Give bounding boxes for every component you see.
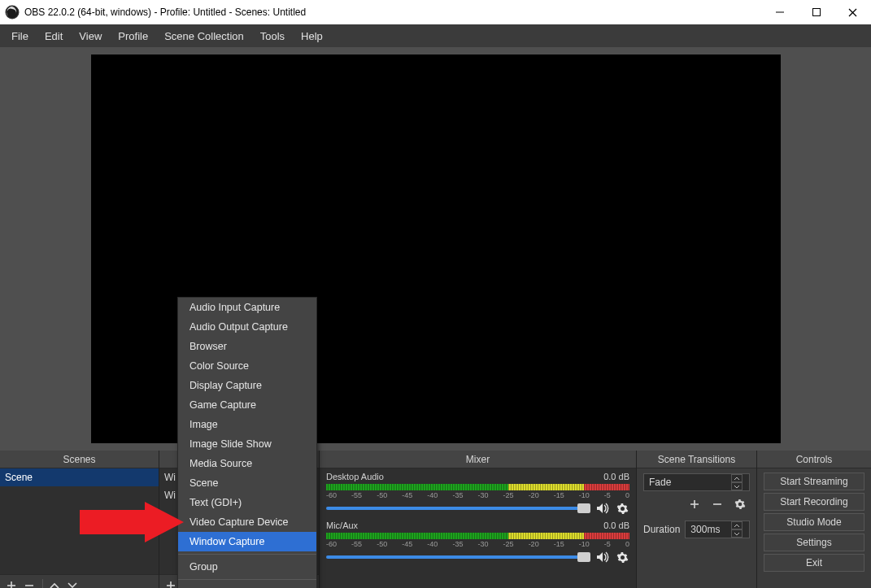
menubar: File Edit View Profile Scene Collection …	[0, 24, 871, 47]
menu-scene-collection[interactable]: Scene Collection	[156, 27, 252, 46]
duration-spin[interactable]	[731, 521, 744, 538]
add-transition-button[interactable]	[686, 496, 703, 512]
window-title: OBS 22.0.2 (64-bit, windows) - Profile: …	[24, 7, 761, 18]
scene-down-button[interactable]	[64, 577, 81, 589]
chevron-down-icon	[731, 529, 743, 538]
mixer-channel-db: 0.0 dB	[603, 520, 629, 530]
mixer-channel-mic-aux: Mic/Aux 0.0 dB -60-55-50-45-40-35-30-25-…	[320, 517, 636, 566]
annotation-arrow-icon	[80, 502, 185, 545]
gear-icon[interactable]	[615, 501, 629, 516]
chevron-down-icon	[731, 482, 743, 490]
mixer-volume-slider[interactable]	[326, 555, 590, 559]
ctx-game-capture[interactable]: Game Capture	[178, 395, 316, 415]
ctx-deprecated[interactable]: Deprecated	[178, 582, 316, 588]
transition-selected: Fade	[649, 477, 671, 488]
mixer-channel-db: 0.0 dB	[603, 472, 629, 481]
chevron-up-icon	[731, 474, 743, 482]
transition-settings-button[interactable]	[732, 496, 748, 512]
obs-logo-icon	[5, 5, 20, 20]
toolbar-separator	[42, 579, 43, 589]
close-button[interactable]	[834, 0, 871, 24]
controls-body: Start Streaming Start Recording Studio M…	[757, 468, 871, 588]
ctx-scene[interactable]: Scene	[178, 473, 316, 493]
preview-area	[0, 47, 871, 451]
ctx-window-capture[interactable]: Window Capture	[178, 532, 316, 551]
remove-scene-button[interactable]	[21, 577, 37, 589]
mixer-meter	[326, 533, 629, 539]
add-source-context-menu: Audio Input Capture Audio Output Capture…	[177, 297, 317, 588]
start-streaming-button[interactable]: Start Streaming	[764, 473, 864, 490]
scene-up-button[interactable]	[46, 577, 63, 589]
ctx-display-capture[interactable]: Display Capture	[178, 376, 316, 395]
ctx-text-gdi[interactable]: Text (GDI+)	[178, 493, 316, 512]
mixer-ticks: -60-55-50-45-40-35-30-25-20-15-10-50	[326, 540, 629, 548]
scenes-toolbar	[0, 574, 159, 588]
settings-button[interactable]: Settings	[764, 534, 864, 551]
minimize-button[interactable]	[761, 0, 798, 24]
duration-input[interactable]: 300ms	[685, 520, 750, 538]
transitions-dock: Scene Transitions Fade Duration	[637, 451, 757, 588]
menu-profile[interactable]: Profile	[110, 27, 156, 46]
ctx-separator	[178, 554, 316, 555]
add-scene-button[interactable]	[3, 577, 20, 589]
duration-label: Duration	[643, 524, 680, 535]
ctx-image-slide-show[interactable]: Image Slide Show	[178, 434, 316, 454]
studio-mode-button[interactable]: Studio Mode	[764, 513, 864, 531]
svg-rect-3	[812, 9, 820, 16]
add-source-button[interactable]	[163, 577, 179, 589]
ctx-video-capture-device[interactable]: Video Capture Device	[178, 512, 316, 532]
mixer-volume-slider[interactable]	[326, 507, 590, 510]
mixer-dock: Mixer Desktop Audio 0.0 dB -60-55-50-45-…	[320, 451, 637, 588]
svg-marker-15	[80, 502, 184, 542]
mixer-body: Desktop Audio 0.0 dB -60-55-50-45-40-35-…	[320, 468, 636, 588]
maximize-button[interactable]	[798, 0, 834, 24]
mixer-channel-name: Desktop Audio	[326, 472, 384, 481]
speaker-icon[interactable]	[595, 550, 610, 564]
mixer-meter	[326, 484, 629, 490]
exit-button[interactable]: Exit	[764, 554, 864, 572]
ctx-image[interactable]: Image	[178, 415, 316, 434]
mixer-channel-name: Mic/Aux	[326, 520, 358, 530]
chevron-up-icon	[731, 521, 743, 529]
mixer-ticks: -60-55-50-45-40-35-30-25-20-15-10-50	[326, 491, 629, 499]
ctx-browser[interactable]: Browser	[178, 337, 316, 356]
scenes-header: Scenes	[0, 451, 159, 468]
mixer-channel-desktop-audio: Desktop Audio 0.0 dB -60-55-50-45-40-35-…	[320, 468, 636, 517]
scene-item[interactable]: Scene	[0, 468, 159, 486]
titlebar: OBS 22.0.2 (64-bit, windows) - Profile: …	[0, 0, 871, 24]
ctx-group[interactable]: Group	[178, 557, 316, 577]
remove-transition-button[interactable]	[709, 496, 725, 512]
ctx-separator	[178, 579, 316, 580]
start-recording-button[interactable]: Start Recording	[764, 493, 864, 511]
ctx-color-source[interactable]: Color Source	[178, 356, 316, 376]
duration-value: 300ms	[690, 524, 720, 535]
menu-edit[interactable]: Edit	[37, 27, 71, 46]
menu-file[interactable]: File	[3, 27, 37, 46]
controls-header: Controls	[757, 451, 871, 468]
gear-icon[interactable]	[615, 550, 629, 564]
transition-select[interactable]: Fade	[643, 473, 750, 491]
transitions-header: Scene Transitions	[637, 451, 756, 468]
transition-spin[interactable]	[731, 474, 744, 490]
menu-tools[interactable]: Tools	[252, 27, 293, 46]
speaker-icon[interactable]	[595, 501, 610, 516]
controls-dock: Controls Start Streaming Start Recording…	[757, 451, 871, 588]
ctx-media-source[interactable]: Media Source	[178, 454, 316, 473]
mixer-header: Mixer	[320, 451, 636, 468]
ctx-audio-output-capture[interactable]: Audio Output Capture	[178, 317, 316, 337]
menu-help[interactable]: Help	[293, 27, 331, 46]
transitions-body: Fade Duration 300ms	[637, 468, 756, 588]
menu-view[interactable]: View	[71, 27, 110, 46]
ctx-audio-input-capture[interactable]: Audio Input Capture	[178, 298, 316, 317]
